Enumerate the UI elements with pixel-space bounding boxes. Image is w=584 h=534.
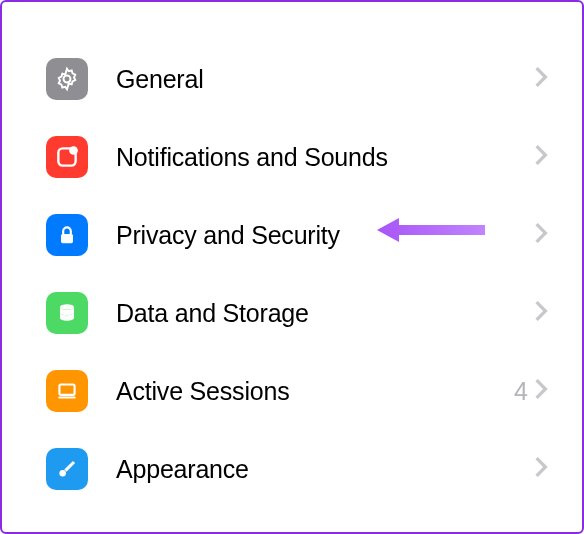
row-label: Active Sessions	[116, 377, 514, 406]
chevron-right-icon	[534, 66, 548, 92]
settings-row-general[interactable]: General	[10, 40, 574, 118]
svg-rect-6	[58, 396, 75, 398]
brush-icon	[46, 448, 88, 490]
row-label: Privacy and Security	[116, 221, 534, 250]
svg-point-7	[59, 470, 65, 477]
row-badge-count: 4	[514, 377, 528, 406]
lock-icon	[46, 214, 88, 256]
row-label: General	[116, 65, 534, 94]
bell-badge-icon	[46, 136, 88, 178]
chevron-right-icon	[534, 378, 548, 404]
svg-point-0	[64, 76, 71, 83]
svg-rect-5	[59, 385, 74, 395]
row-label: Data and Storage	[116, 299, 534, 328]
settings-row-data[interactable]: Data and Storage	[10, 274, 574, 352]
svg-point-4	[60, 304, 74, 310]
row-label: Notifications and Sounds	[116, 143, 534, 172]
gear-icon	[46, 58, 88, 100]
settings-row-privacy[interactable]: Privacy and Security	[10, 196, 574, 274]
settings-row-sessions[interactable]: Active Sessions 4	[10, 352, 574, 430]
settings-row-appearance[interactable]: Appearance	[10, 430, 574, 508]
svg-point-2	[69, 146, 78, 155]
settings-list: General Notifications and Sounds Privacy…	[10, 40, 574, 508]
chevron-right-icon	[534, 456, 548, 482]
settings-row-notifications[interactable]: Notifications and Sounds	[10, 118, 574, 196]
laptop-icon	[46, 370, 88, 412]
database-icon	[46, 292, 88, 334]
chevron-right-icon	[534, 300, 548, 326]
chevron-right-icon	[534, 222, 548, 248]
row-label: Appearance	[116, 455, 534, 484]
svg-rect-3	[61, 234, 73, 243]
chevron-right-icon	[534, 144, 548, 170]
